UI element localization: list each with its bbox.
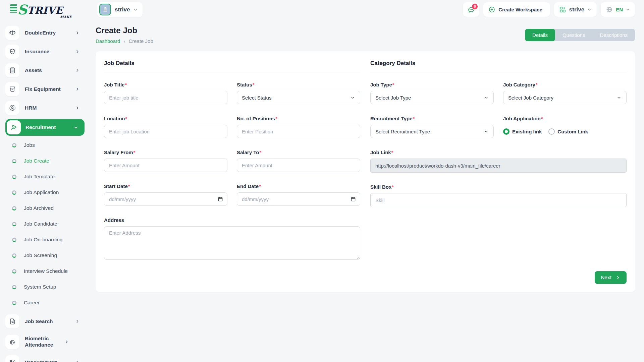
workspace-switcher[interactable]: strive xyxy=(97,2,143,17)
chevron-down-icon xyxy=(587,7,592,12)
job-title-input[interactable] xyxy=(104,91,227,104)
location-input[interactable] xyxy=(104,125,227,138)
category-details-section: Category Details Job Type* Select Job Ty… xyxy=(370,60,627,261)
sidebar-item-job-search[interactable]: Job Search xyxy=(5,314,87,329)
chevron-down-icon xyxy=(626,7,630,12)
field-job-category: Job Category* Select Job Category xyxy=(503,82,627,104)
archive-icon xyxy=(5,82,19,96)
skill-input[interactable] xyxy=(370,193,627,207)
calculator-icon xyxy=(5,63,19,77)
sidebar-subitem-job-candidate[interactable]: Job Candidate xyxy=(12,219,87,229)
sidebar-item-doubleentry[interactable]: DoubleEntry xyxy=(5,25,87,41)
end-date-input[interactable] xyxy=(237,192,360,206)
account-menu[interactable]: strive xyxy=(554,2,597,17)
field-start-date: Start Date* xyxy=(104,183,227,206)
positions-input[interactable] xyxy=(237,125,360,138)
sidebar-item-label: HRM xyxy=(25,105,75,111)
start-date-input[interactable] xyxy=(104,192,227,206)
address-textarea[interactable] xyxy=(104,226,360,260)
field-skill-box: Skill Box* xyxy=(370,184,627,207)
chevron-right-icon xyxy=(75,319,80,324)
sidebar-subitem-interview-schedule[interactable]: Interview Schedule xyxy=(12,266,87,276)
field-salary-to: Salary To* xyxy=(237,149,360,172)
sidebar-subitem-system-setup[interactable]: System Setup xyxy=(12,282,87,292)
chevron-right-icon xyxy=(75,68,80,73)
salary-from-input[interactable] xyxy=(104,159,227,172)
tab-details[interactable]: Details xyxy=(525,29,555,41)
sidebar-item-insurance[interactable]: Insurance xyxy=(5,44,87,59)
shield-check-icon xyxy=(5,45,19,59)
section-title: Job Details xyxy=(104,60,360,72)
field-address: Address xyxy=(104,217,360,261)
field-job-link: Job Link* http://localhost/product/workd… xyxy=(370,149,627,173)
sidebar-item-biometric-attendance[interactable]: Biometric Attendance xyxy=(5,333,87,351)
job-link-readonly-field: http://localhost/product/workdo-dash-v3/… xyxy=(370,159,627,173)
chevron-right-icon xyxy=(75,360,80,362)
breadcrumb-dashboard-link[interactable]: Dashboard xyxy=(96,38,120,44)
sidebar-item-procurement[interactable]: Procurement xyxy=(5,355,87,362)
workspace-name: strive xyxy=(115,6,130,13)
next-button[interactable]: Next xyxy=(595,271,627,284)
account-menu-label: strive xyxy=(569,6,584,13)
sidebar-item-hrm[interactable]: HRM xyxy=(5,100,87,116)
chevron-down-icon xyxy=(616,95,622,100)
sidebar-subitem-job-application[interactable]: Job Application xyxy=(12,188,87,197)
building-icon xyxy=(99,4,111,15)
sidebar-subitem-career[interactable]: Career xyxy=(12,298,87,307)
chevron-right-icon xyxy=(75,87,80,92)
header-actions: 0 Create Workspace strive EN xyxy=(463,2,635,17)
field-location: Location* xyxy=(104,116,227,138)
sidebar-subitem-job-create[interactable]: Job Create xyxy=(12,156,87,166)
tab-descriptions[interactable]: Descriptions xyxy=(592,29,635,41)
sidebar-subitem-job-screening[interactable]: Job Screening xyxy=(12,251,87,260)
messages-button[interactable]: 0 xyxy=(463,2,479,17)
chevron-right-icon xyxy=(75,106,80,110)
bullet-icon xyxy=(12,175,16,179)
bullet-icon xyxy=(12,143,16,147)
existing-link-radio[interactable]: Existing link xyxy=(503,128,542,135)
sidebar-subitem-job-archived[interactable]: Job Archived xyxy=(12,203,87,213)
bullet-icon xyxy=(12,159,16,163)
language-selector[interactable]: EN xyxy=(601,2,635,17)
scales-icon xyxy=(5,26,19,40)
bullet-icon xyxy=(12,253,16,258)
breadcrumb-separator: › xyxy=(123,38,125,44)
job-type-select[interactable]: Select Job Type xyxy=(370,91,494,104)
tab-questions[interactable]: Questions xyxy=(555,29,593,41)
recruitment-type-select[interactable]: Select Recruitment Type xyxy=(370,125,494,138)
status-select[interactable]: Select Status xyxy=(237,91,360,104)
create-workspace-button[interactable]: Create Workspace xyxy=(483,2,550,17)
sidebar: DoubleEntry Insurance Assets xyxy=(0,19,87,362)
custom-link-radio[interactable]: Custom Link xyxy=(548,128,588,135)
chevron-down-icon xyxy=(73,125,78,130)
recruitment-submenu: Jobs Job Create Job Template Job Applica… xyxy=(5,140,87,307)
sidebar-subitem-jobs[interactable]: Jobs xyxy=(12,140,87,150)
sidebar-item-label: DoubleEntry xyxy=(25,30,75,36)
plus-circle-icon xyxy=(488,6,495,13)
bullet-icon xyxy=(12,269,16,274)
bullet-icon xyxy=(12,222,16,226)
radio-selected-icon xyxy=(503,128,509,135)
wizard-tabs: Details Questions Descriptions xyxy=(525,29,635,41)
chevron-right-icon xyxy=(75,49,80,54)
user-focus-icon xyxy=(5,101,19,115)
section-title: Category Details xyxy=(370,60,627,72)
top-header: S TRIVE MAKE strive 0 Crea xyxy=(0,0,644,19)
sidebar-item-recruitment[interactable]: Recruitment xyxy=(5,119,85,136)
sidebar-item-label: Job Search xyxy=(25,318,75,325)
page-header: Create Job Dashboard › Create Job Detail… xyxy=(96,26,635,44)
logo-tagline: MAKE xyxy=(60,15,72,19)
sidebar-subitem-job-onboarding[interactable]: Job On-boarding xyxy=(12,235,87,244)
logo-letter: S xyxy=(17,4,27,15)
chevron-down-icon xyxy=(350,95,355,100)
percent-icon xyxy=(5,355,19,362)
salary-to-input[interactable] xyxy=(237,159,360,172)
sidebar-subitem-job-template[interactable]: Job Template xyxy=(12,172,87,181)
field-job-application: Job Application* Existing link Custom Li… xyxy=(503,116,627,138)
logo-text: TRIVE xyxy=(27,6,63,15)
job-category-select[interactable]: Select Job Category xyxy=(503,91,627,104)
sidebar-item-fix-equipment[interactable]: Fix Equipment xyxy=(5,81,87,97)
document-search-icon xyxy=(5,314,19,328)
sidebar-item-assets[interactable]: Assets xyxy=(5,63,87,78)
sidebar-item-label: Assets xyxy=(25,67,75,74)
